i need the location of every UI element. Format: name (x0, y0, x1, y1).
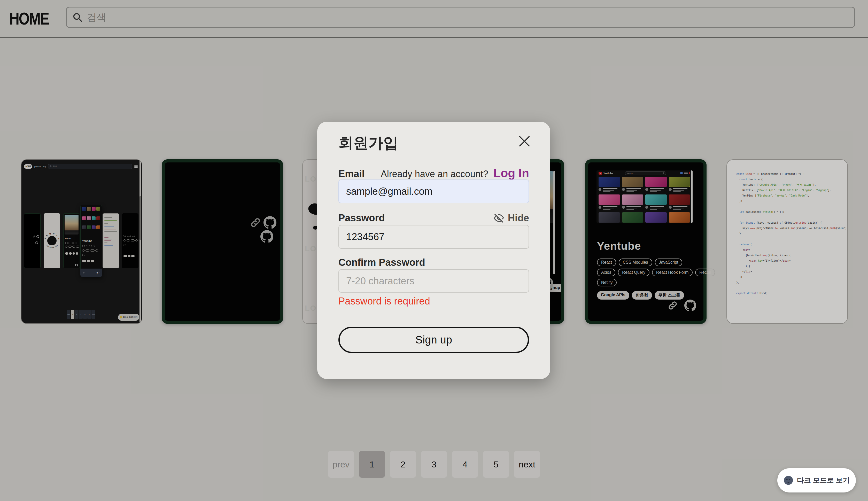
dark-mode-toggle-label: 다크 모드로 보기 (797, 476, 850, 485)
password-error-message: Password is required (338, 296, 430, 307)
login-link[interactable]: Log In (494, 166, 529, 180)
signup-modal: 회원가입 Email Already have an account? Log … (317, 121, 550, 379)
eye-off-icon (494, 213, 504, 224)
modal-title: 회원가입 (338, 133, 398, 153)
confirm-password-field[interactable] (338, 269, 529, 292)
moon-face-icon (784, 475, 793, 486)
password-label: Password (338, 213, 385, 224)
hide-label: Hide (508, 213, 529, 224)
close-icon (517, 134, 532, 149)
close-button[interactable] (517, 134, 532, 149)
dark-mode-toggle-button[interactable]: 다크 모드로 보기 (777, 468, 856, 492)
confirm-password-label: Confirm Password (338, 257, 425, 268)
hide-password-button[interactable]: Hide (494, 213, 529, 224)
have-account-text: Already have an account? (381, 169, 488, 180)
signup-button[interactable]: Sign up (338, 327, 529, 353)
email-field[interactable] (338, 180, 529, 203)
password-field[interactable] (338, 225, 529, 249)
email-label: Email (338, 168, 364, 180)
